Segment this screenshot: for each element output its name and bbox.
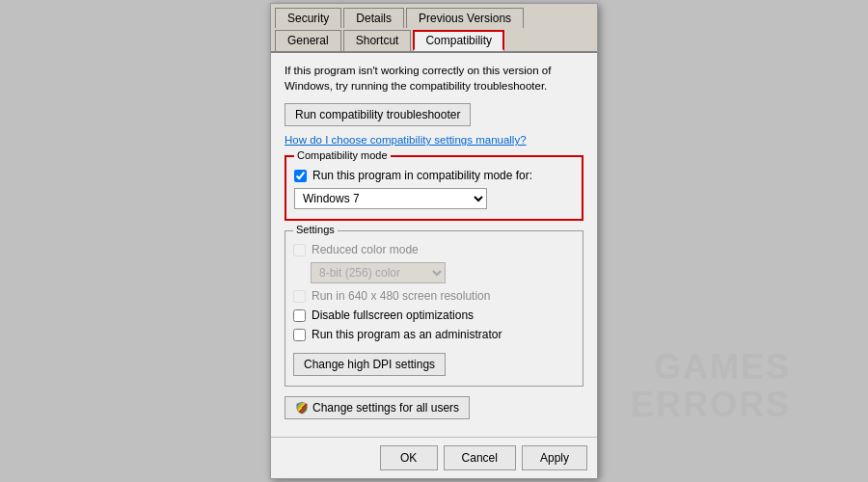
compatibility-mode-label: Compatibility mode	[294, 149, 391, 161]
settings-group: Settings Reduced color mode 8-bit (256) …	[285, 230, 583, 387]
change-dpi-button[interactable]: Change high DPI settings	[293, 353, 446, 376]
reduced-color-label: Reduced color mode	[312, 243, 419, 256]
settings-group-label: Settings	[293, 224, 338, 235]
run-as-admin-checkbox[interactable]	[293, 329, 306, 341]
screen-resolution-row: Run in 640 x 480 screen resolution	[293, 289, 575, 303]
compatibility-mode-select[interactable]: Windows XP (Service Pack 2) Windows XP (…	[294, 188, 487, 209]
color-dropdown-row: 8-bit (256) color	[311, 262, 575, 283]
change-all-row: Change settings for all users	[285, 396, 583, 427]
manual-settings-link[interactable]: How do I choose compatibility settings m…	[285, 134, 583, 146]
reduced-color-checkbox[interactable]	[293, 244, 306, 256]
disable-fullscreen-checkbox[interactable]	[293, 309, 306, 322]
ok-button[interactable]: OK	[380, 445, 438, 470]
change-all-users-button[interactable]: Change settings for all users	[285, 396, 470, 419]
apply-button[interactable]: Apply	[522, 445, 587, 470]
disable-fullscreen-label: Disable fullscreen optimizations	[312, 308, 474, 322]
screen-resolution-checkbox[interactable]	[293, 290, 306, 303]
dialog-footer: OK Cancel Apply	[271, 437, 597, 478]
compatibility-mode-checkbox-row: Run this program in compatibility mode f…	[294, 169, 574, 182]
tab-row-2: General Shortcut Compatibility	[271, 28, 597, 53]
color-mode-select[interactable]: 8-bit (256) color	[311, 262, 446, 283]
description-text: If this program isn't working correctly …	[285, 63, 583, 94]
compatibility-select-row: Windows XP (Service Pack 2) Windows XP (…	[294, 188, 574, 209]
cancel-button[interactable]: Cancel	[444, 445, 516, 470]
tab-content: If this program isn't working correctly …	[271, 53, 597, 437]
watermark: GAMES ERRORS	[631, 348, 791, 424]
change-all-users-label: Change settings for all users	[312, 401, 459, 415]
tab-shortcut[interactable]: Shortcut	[343, 30, 412, 51]
reduced-color-row: Reduced color mode	[293, 243, 575, 256]
tab-row-1: Security Details Previous Versions	[271, 4, 597, 28]
run-as-admin-label: Run this program as an administrator	[312, 328, 502, 341]
compatibility-mode-checkbox-label: Run this program in compatibility mode f…	[312, 169, 532, 182]
watermark-line1: GAMES	[631, 348, 791, 387]
screen-resolution-label: Run in 640 x 480 screen resolution	[312, 289, 490, 303]
watermark-line2: ERRORS	[631, 386, 791, 424]
disable-fullscreen-row: Disable fullscreen optimizations	[293, 308, 575, 322]
tab-details[interactable]: Details	[343, 8, 404, 28]
tab-previous-versions[interactable]: Previous Versions	[406, 8, 524, 28]
tab-compatibility[interactable]: Compatibility	[413, 30, 504, 51]
dialog: Security Details Previous Versions Gener…	[270, 3, 598, 479]
tab-general[interactable]: General	[275, 30, 341, 51]
compatibility-mode-group: Compatibility mode Run this program in c…	[285, 155, 583, 221]
shield-icon	[295, 401, 309, 415]
compatibility-mode-checkbox[interactable]	[294, 170, 307, 182]
tab-security[interactable]: Security	[275, 8, 341, 28]
troubleshooter-button[interactable]: Run compatibility troubleshooter	[285, 103, 471, 126]
run-as-admin-row: Run this program as an administrator	[293, 328, 575, 341]
